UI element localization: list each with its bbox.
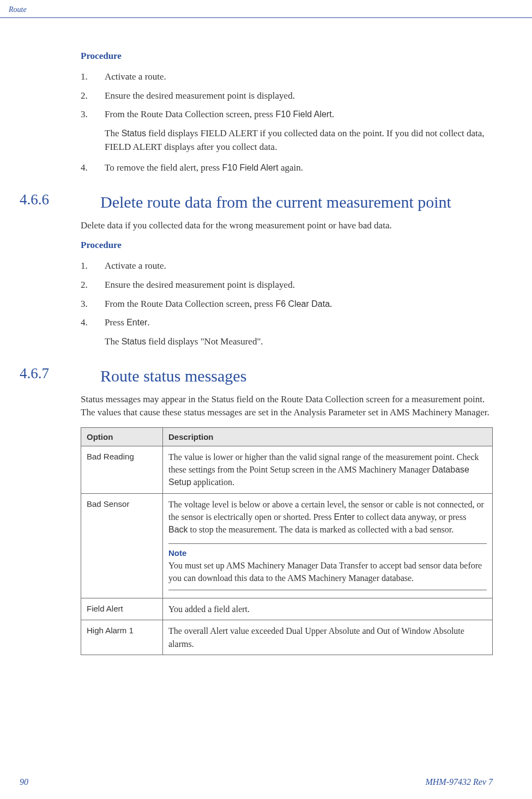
procedure-1-block: Procedure 1. Activate a route. 2. Ensure… xyxy=(81,51,493,175)
section-467-header: 4.6.7 Route status messages xyxy=(20,365,493,386)
procedure-466-list: 1. Activate a route. 2. Ensure the desir… xyxy=(81,259,493,330)
section-title: Delete route data from the current measu… xyxy=(100,191,493,213)
list-number: 4. xyxy=(81,161,105,175)
list-text: Press Enter. xyxy=(105,316,493,330)
section-number: 4.6.7 xyxy=(20,365,100,386)
option-cell: Bad Reading xyxy=(81,446,163,493)
list-number: 3. xyxy=(81,298,105,311)
section-number: 4.6.6 xyxy=(20,191,100,213)
list-item: 3. From the Route Data Collection screen… xyxy=(81,298,493,311)
list-number: 1. xyxy=(81,259,105,273)
section-intro: Status messages may appear in the Status… xyxy=(81,393,493,420)
description-cell: The voltage level is below or above a ce… xyxy=(163,493,493,598)
table-row: Bad Reading The value is lower or higher… xyxy=(81,446,493,493)
procedure-1-list-cont: 4. To remove the field alert, press F10 … xyxy=(81,161,493,175)
ui-term: Back xyxy=(168,525,188,534)
note-divider xyxy=(168,543,487,544)
result-paragraph: The Status field displays FIELD ALERT if… xyxy=(105,127,493,154)
list-item: 3. From the Route Data Collection screen… xyxy=(81,108,493,122)
ui-term: Enter xyxy=(334,512,354,522)
table-header-description: Description xyxy=(163,427,493,446)
list-text: Ensure the desired measurement point is … xyxy=(105,89,493,103)
list-item: 4. To remove the field alert, press F10 … xyxy=(81,161,493,175)
table-header-row: Option Description xyxy=(81,427,493,446)
option-cell: High Alarm 1 xyxy=(81,620,163,655)
result-paragraph: The Status field displays "Not Measured"… xyxy=(105,335,493,349)
table-row: High Alarm 1 The overall Alert value exc… xyxy=(81,620,493,655)
table-row: Bad Sensor The voltage level is below or… xyxy=(81,493,493,598)
note-text: You must set up AMS Machinery Manager Da… xyxy=(168,559,487,584)
list-item: 2. Ensure the desired measurement point … xyxy=(81,279,493,292)
note-divider xyxy=(168,590,487,590)
list-text: Activate a route. xyxy=(105,70,493,84)
note-label: Note xyxy=(168,547,487,559)
list-item: 4. Press Enter. xyxy=(81,316,493,330)
description-cell: You added a field alert. xyxy=(163,598,493,620)
procedure-1-list: 1. Activate a route. 2. Ensure the desir… xyxy=(81,70,493,122)
list-text: To remove the field alert, press F10 Fie… xyxy=(105,161,493,175)
option-cell: Bad Sensor xyxy=(81,493,163,598)
ui-term: F10 Field Alert xyxy=(275,110,331,119)
table-row: Field Alert You added a field alert. xyxy=(81,598,493,620)
document-id: MHM-97432 Rev 7 xyxy=(425,777,493,787)
list-item: 1. Activate a route. xyxy=(81,259,493,273)
description-cell: The overall Alert value exceeded Dual Up… xyxy=(163,620,493,655)
ui-term: F6 Clear Data xyxy=(275,299,330,308)
list-text: From the Route Data Collection screen, p… xyxy=(105,108,493,122)
description-cell: The value is lower or higher than the va… xyxy=(163,446,493,493)
ui-term: Status xyxy=(122,129,146,138)
list-number: 2. xyxy=(81,89,105,103)
list-number: 3. xyxy=(81,108,105,122)
option-cell: Field Alert xyxy=(81,598,163,620)
list-number: 4. xyxy=(81,316,105,330)
table-header-option: Option xyxy=(81,427,163,446)
ui-term: F10 Field Alert xyxy=(222,163,278,172)
list-text: From the Route Data Collection screen, p… xyxy=(105,298,493,311)
page-footer: 90 MHM-97432 Rev 7 xyxy=(0,777,532,787)
section-467-body: Status messages may appear in the Status… xyxy=(81,393,493,655)
ui-term: Enter xyxy=(126,318,147,327)
ui-term: Status xyxy=(122,337,146,346)
procedure-heading: Procedure xyxy=(81,240,493,251)
page-header: Route xyxy=(0,0,532,18)
list-item: 2. Ensure the desired measurement point … xyxy=(81,89,493,103)
list-text: Ensure the desired measurement point is … xyxy=(105,279,493,292)
section-title: Route status messages xyxy=(100,365,493,386)
section-466-body: Delete data if you collected data for th… xyxy=(81,219,493,349)
page-number: 90 xyxy=(20,777,28,787)
list-number: 2. xyxy=(81,279,105,292)
list-number: 1. xyxy=(81,70,105,84)
status-messages-table: Option Description Bad Reading The value… xyxy=(81,427,493,655)
section-intro: Delete data if you collected data for th… xyxy=(81,219,493,233)
page-content: Procedure 1. Activate a route. 2. Ensure… xyxy=(0,18,532,655)
list-text: Activate a route. xyxy=(105,259,493,273)
list-item: 1. Activate a route. xyxy=(81,70,493,84)
procedure-heading: Procedure xyxy=(81,51,493,62)
header-section-name: Route xyxy=(9,5,27,14)
section-466-header: 4.6.6 Delete route data from the current… xyxy=(20,191,493,213)
